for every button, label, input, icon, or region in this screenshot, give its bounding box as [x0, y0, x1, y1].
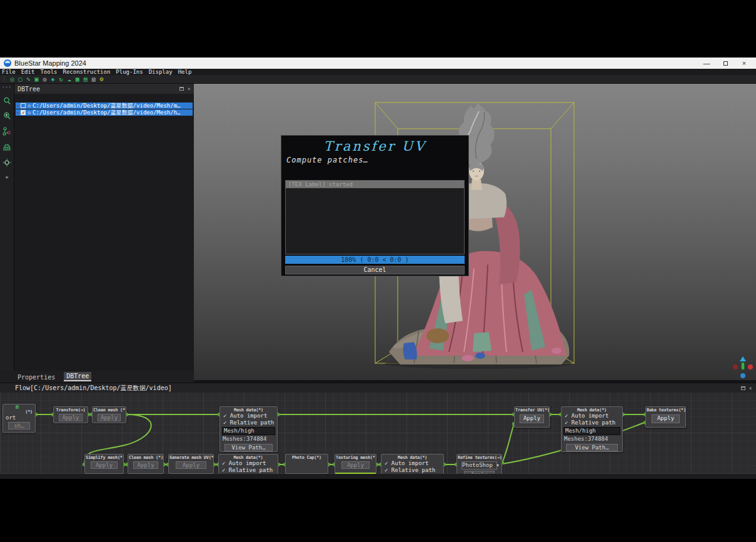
cloud-icon[interactable]: ☁ — [68, 76, 71, 83]
apply-button[interactable]: Apply — [520, 414, 544, 423]
export-icon[interactable]: ▧ — [92, 76, 96, 83]
zoom-icon[interactable] — [3, 97, 11, 105]
apply-button[interactable]: Apply — [176, 461, 207, 469]
side-toolbar-grip: ••• — [2, 85, 12, 90]
dbtree-close-button[interactable]: × — [188, 86, 191, 92]
photoshop-select[interactable]: PhotoShop ▾ — [461, 461, 497, 469]
viewport-3d-canvas[interactable] — [194, 84, 756, 380]
flow-node-mesh-data-1[interactable]: Mesh data(*)✓ Auto import✓ Relative path… — [219, 406, 278, 452]
checkbox-auto-import[interactable]: ✓ Auto import — [220, 413, 277, 419]
dbtree-row-1[interactable]: ▸✓⊙C:/Users/admin/Desktop/蓝星数据/video/Mes… — [16, 109, 193, 116]
flow-node-bake-textures[interactable]: Bake textures(*)Apply — [645, 406, 686, 428]
flow-float-button[interactable] — [741, 385, 745, 391]
menu-item-reconstruction[interactable]: Reconstruction — [63, 69, 110, 75]
flow-node-photo-cap[interactable]: Photo Cap(*) — [285, 454, 328, 474]
app-logo-icon — [4, 59, 11, 67]
move-target-icon[interactable] — [3, 158, 11, 167]
axis-x-icon — [748, 364, 753, 369]
minimize-button[interactable]: — — [697, 59, 716, 67]
close-button[interactable]: × — [735, 59, 753, 67]
flow-node-generate-mesh-uv[interactable]: Generate mesh UV(*)Apply — [168, 454, 214, 474]
crop-icon[interactable]: ▢ — [18, 76, 22, 83]
expand-arrow-icon[interactable]: ▸ — [17, 110, 19, 115]
flow-close-button[interactable]: × — [749, 385, 752, 391]
image-icon[interactable]: ▤ — [84, 76, 88, 83]
bottom-black-bar — [0, 479, 756, 542]
node-title: Simplify mesh(*) — [85, 454, 123, 460]
checkbox-auto-import[interactable]: ✓ Auto import — [381, 460, 443, 467]
apply-button[interactable]: Apply — [464, 471, 495, 474]
flow-node-mesh-data-2[interactable]: Mesh data(*)✓ Auto import✓ Relative path… — [561, 406, 623, 452]
checkbox-relative-path[interactable]: ✓ Relative path — [219, 467, 278, 474]
toolbar-grip: ⁞ — [3, 76, 6, 83]
apply-button[interactable]: Apply — [98, 414, 121, 421]
flow-node-texturing-mesh[interactable]: Texturing mesh(*)Apply — [335, 454, 376, 474]
flow-node-transform[interactable]: Transform(→)Apply — [53, 406, 88, 423]
flow-node-import-stub[interactable]: ▥(*)ortsh… — [3, 404, 36, 433]
apply-button[interactable]: Apply — [341, 461, 370, 469]
checkbox-auto-import[interactable]: ✓ Auto import — [562, 413, 622, 419]
model-icon[interactable]: ◈ — [51, 76, 55, 83]
menu-bar: FileEditToolsReconstructionPlug-InsDispl… — [0, 69, 756, 75]
mesh-cube-icon[interactable]: ▦ — [76, 76, 79, 83]
photo-frame-icon[interactable]: ▣ — [35, 76, 39, 83]
scene-svg — [194, 84, 756, 380]
node-button[interactable]: sh… — [8, 422, 31, 429]
apply-button[interactable]: Apply — [652, 414, 679, 423]
transfer-uv-dialog: Transfer UV Compute patches… [TEX Label]… — [281, 135, 469, 276]
flow-node-simplify-mesh[interactable]: Simplify mesh(*)Apply — [84, 454, 124, 474]
dialog-status-text: Compute patches… — [286, 156, 468, 164]
zoom-in-icon[interactable] — [3, 112, 11, 120]
view-path-button[interactable]: View Path… — [224, 444, 273, 451]
flow-node-graph[interactable]: ▥(*)ortsh…Transform(→)ApplyClean mesh (*… — [0, 393, 756, 474]
apply-button[interactable]: Apply — [59, 414, 83, 421]
checkbox-relative-path[interactable]: ✓ Relative path — [220, 419, 277, 426]
flow-title: Flow[C:/Users/admin/Desktop/蓝星数据/video] — [15, 384, 172, 393]
dbtree-row-0[interactable]: ▸⊙C:/Users/admin/Desktop/蓝星数据/video/Mesh… — [16, 103, 193, 109]
mesh-path-field[interactable]: Mesh/high — [563, 427, 620, 435]
view-path-button[interactable]: View Path… — [566, 444, 617, 451]
menu-item-help[interactable]: Help — [178, 69, 192, 75]
sync-icon[interactable]: ↻ — [59, 76, 63, 83]
mesh-grid-icon[interactable] — [3, 143, 11, 151]
flow-node-transfer-uv[interactable]: Transfer UV(*)Apply — [514, 406, 550, 428]
dbtree-list: ▸⊙C:/Users/admin/Desktop/蓝星数据/video/Mesh… — [14, 94, 194, 371]
window-title: BlueStar Mapping 2024 — [14, 59, 86, 67]
uv-icon[interactable]: ◍ — [43, 76, 47, 83]
node-title: Mesh data(*) — [381, 454, 443, 460]
flow-node-mesh-data-4[interactable]: Mesh data(*)✓ Auto import✓ Relative path — [381, 454, 444, 474]
menu-item-file[interactable]: File — [2, 69, 16, 75]
flow-node-mesh-data-3[interactable]: Mesh data(*)✓ Auto import✓ Relative path — [218, 454, 278, 474]
restore-button[interactable] — [716, 59, 735, 67]
expand-arrow-icon[interactable]: ▸ — [17, 103, 19, 108]
tab-properties[interactable]: Properties — [15, 373, 58, 381]
tab-dbtree[interactable]: DBTree — [64, 372, 91, 381]
mesh-path-field[interactable]: Mesh/high — [222, 427, 275, 435]
visibility-checkbox[interactable] — [21, 103, 26, 108]
axis-z-neg-icon — [740, 373, 745, 378]
add-icon[interactable]: + — [5, 174, 8, 180]
flow-node-clean-mesh-1[interactable]: Clean mesh (*)Apply — [92, 406, 126, 423]
menu-item-edit[interactable]: Edit — [21, 69, 35, 75]
cancel-button[interactable]: Cancel — [285, 266, 465, 274]
node-title: Texturing mesh(*) — [335, 454, 376, 460]
flow-node-refine-textures[interactable]: Refine textures(→)PhotoShop ▾Apply — [456, 454, 502, 474]
checkbox-relative-path[interactable]: ✓ Relative path — [562, 419, 622, 426]
axis-gizmo[interactable] — [732, 356, 753, 379]
settings-icon[interactable]: ⚙ — [100, 76, 104, 83]
apply-button[interactable]: Apply — [133, 461, 158, 469]
menu-item-tools[interactable]: Tools — [40, 69, 57, 75]
navigate-icon[interactable]: ◎ — [10, 76, 14, 83]
menu-item-plug-ins[interactable]: Plug-Ins — [116, 69, 143, 75]
checkbox-relative-path[interactable]: ✓ Relative path — [381, 467, 443, 474]
checkbox-auto-import[interactable]: ✓ Auto import — [219, 460, 278, 467]
dbtree-float-button[interactable] — [179, 86, 184, 92]
menu-item-display[interactable]: Display — [149, 69, 173, 75]
dataset-path: C:/Users/admin/Desktop/蓝星数据/video/Mesh/h… — [33, 109, 180, 116]
apply-button[interactable]: Apply — [91, 461, 118, 469]
flow-node-clean-mesh-2[interactable]: Clean mesh (*)Apply — [128, 454, 164, 474]
draw-icon[interactable]: ✎ — [26, 76, 30, 83]
axis-y-icon — [741, 362, 745, 370]
visibility-checkbox[interactable]: ✓ — [21, 110, 26, 115]
graph-nodes-icon[interactable] — [3, 127, 11, 136]
